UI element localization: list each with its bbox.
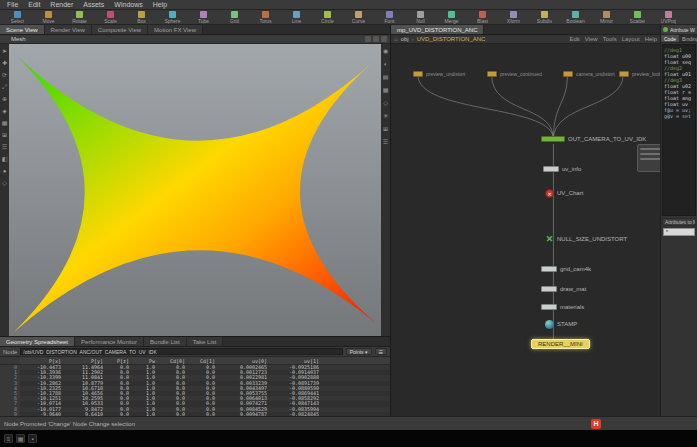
normals-icon[interactable]: ◇ [383, 100, 388, 106]
node-null-size-undistort[interactable]: NULL_SIZE_UNDISTORT [545, 234, 627, 244]
pane-tab[interactable]: Geometry Spreadsheet [0, 337, 75, 346]
shelf-tool[interactable]: Blast [467, 11, 498, 24]
network-menu-item[interactable]: Layout [622, 36, 640, 42]
node-stamp[interactable]: STAMP [545, 319, 577, 329]
lights-icon[interactable]: ✳ [383, 113, 388, 119]
taskbar-app-icon[interactable]: ▪ [28, 434, 37, 443]
shelf-tool[interactable]: Box [126, 11, 157, 24]
node-path-field[interactable]: /obj/UVD_DISTORTION_ANC/OUT_CAMERA_TO_UV… [20, 348, 342, 355]
pane-tab[interactable]: Bundle List [144, 337, 187, 346]
pane-tab[interactable]: Motion FX View [148, 25, 203, 34]
column-header[interactable]: uv[0] [218, 357, 270, 364]
node-preview-lookdev[interactable]: preview_lookdev [619, 69, 660, 79]
filter-menu-icon[interactable]: ☰ [375, 348, 387, 355]
node-materials[interactable]: materials [541, 302, 584, 312]
snap-grid-icon[interactable]: ▦ [2, 120, 8, 126]
shelf-tool[interactable]: Line [281, 11, 312, 24]
primitive-mode-icon[interactable]: ◇ [2, 180, 7, 186]
network-menu-item[interactable]: Help [645, 36, 657, 42]
column-header[interactable] [0, 357, 20, 364]
pane-tab[interactable]: Take List [187, 337, 224, 346]
pane-tab[interactable]: mp_UVD_DISTORTION_ANC [391, 25, 484, 34]
column-header[interactable]: P[y] [64, 357, 106, 364]
column-header[interactable]: P[x] [20, 357, 64, 364]
menu-item[interactable]: Render [45, 0, 78, 10]
node-uv-info[interactable]: uv_info [543, 164, 581, 174]
shelf-tool[interactable]: Select [2, 11, 33, 24]
camera-view-icon[interactable]: ⊞ [383, 126, 388, 132]
node-preview-undistort[interactable]: preview_undistort [413, 69, 465, 79]
camera-select-icon[interactable] [381, 36, 387, 42]
shelf-tool[interactable]: Sphere [157, 11, 188, 24]
node-render-mini[interactable]: RENDER__MINI [531, 339, 590, 349]
node-out-camera-to-uv-idk[interactable]: OUT_CAMERA_TO_UV_IDK [541, 134, 646, 144]
menu-item[interactable]: Windows [109, 0, 147, 10]
shelf-tool[interactable]: Circle [312, 11, 343, 24]
taskbar-menu-icon[interactable]: ≡ [4, 434, 13, 443]
home-icon[interactable]: ⌂ [394, 36, 398, 42]
menu-item[interactable]: Edit [23, 0, 45, 10]
viewport-canvas[interactable] [9, 44, 381, 336]
point-mode-icon[interactable]: ● [3, 168, 7, 174]
pose-tool-icon[interactable]: ◈ [2, 108, 7, 114]
node-camera-undistort[interactable]: camera_undistort [563, 69, 615, 79]
selection-mask-icon[interactable]: ◧ [2, 156, 8, 162]
pane-tab[interactable]: Render View [45, 25, 92, 34]
pane-tab[interactable]: Performance Monitor [75, 337, 144, 346]
shelf-tool[interactable]: Torus [250, 11, 281, 24]
select-tool-icon[interactable]: ➤ [2, 48, 7, 54]
shelf-tool[interactable]: Curve [343, 11, 374, 24]
shading-mode-icon[interactable]: ◐ [384, 61, 388, 67]
shelf-tool[interactable]: Merge [436, 11, 467, 24]
scale-tool-icon[interactable]: ⤢ [2, 84, 7, 90]
network-menu-item[interactable]: Edit [569, 36, 579, 42]
taskbar-window-icon[interactable]: ▦ [16, 434, 25, 443]
parameter-tab[interactable]: Bindings [679, 35, 697, 42]
pane-tab[interactable]: Composite View [92, 25, 148, 34]
wireframe-icon[interactable]: ▤ [383, 74, 389, 80]
rotate-tool-icon[interactable]: ⟳ [2, 72, 7, 78]
network-menu-item[interactable]: Tools [603, 36, 617, 42]
menu-item[interactable]: Help [148, 0, 172, 10]
vex-code-editor[interactable]: //deg1float u00float seq//deg2float u01/… [662, 44, 696, 216]
node-grid-cam4k[interactable]: grid_cam4k [541, 264, 591, 274]
node-info-popup[interactable] [637, 144, 660, 172]
shelf-tool[interactable]: Font [374, 11, 405, 24]
snap-point-icon[interactable]: ⊞ [2, 132, 7, 138]
shelf-tool[interactable]: Boolean [560, 11, 591, 24]
tool-menu-icon[interactable]: ☰ [2, 144, 7, 150]
grid-display-icon[interactable]: ▦ [383, 87, 389, 93]
network-menu-item[interactable]: View [585, 36, 598, 42]
network-canvas[interactable]: preview_undistort preview_continued came… [391, 44, 660, 416]
menu-item[interactable]: File [2, 0, 23, 10]
shelf-tool[interactable]: Mirror [591, 11, 622, 24]
shading-mode-icon[interactable] [365, 36, 371, 42]
column-header[interactable]: Cd[1] [188, 357, 218, 364]
parameter-tab[interactable]: Code [661, 35, 679, 42]
shelf-tool[interactable]: Subdiv [529, 11, 560, 24]
shelf-tool[interactable]: Tube [188, 11, 219, 24]
shelf-tool[interactable]: Move [33, 11, 64, 24]
column-header[interactable]: Pw [132, 357, 158, 364]
handles-tool-icon[interactable]: ⊕ [2, 96, 7, 102]
display-options-icon[interactable]: ◉ [383, 48, 388, 54]
node-draw-mat[interactable]: draw_mat [541, 284, 586, 294]
translate-tool-icon[interactable]: ✚ [2, 60, 7, 66]
shelf-tool[interactable]: Scatter [622, 11, 653, 24]
breadcrumb-root[interactable]: obj [401, 36, 409, 42]
column-header[interactable]: Cd[0] [158, 357, 188, 364]
group-mode-dropdown[interactable]: Points ▾ [346, 348, 372, 355]
display-options-icon[interactable] [373, 36, 379, 42]
shelf-tool[interactable]: Scale [95, 11, 126, 24]
menu-item[interactable]: Assets [78, 0, 109, 10]
view-menu-icon[interactable]: ☰ [383, 139, 388, 145]
shelf-tool[interactable]: Grid [219, 11, 250, 24]
shelf-tool[interactable]: Null [405, 11, 436, 24]
column-header[interactable]: P[z] [106, 357, 132, 364]
shelf-tool[interactable]: Rotate [64, 11, 95, 24]
shelf-tool[interactable]: UVProj [653, 11, 684, 24]
shelf-tool[interactable]: Xform [498, 11, 529, 24]
pane-tab[interactable]: Scene View [0, 25, 45, 34]
mesh-menu[interactable]: Mesh [3, 36, 26, 42]
node-uv-chart[interactable]: UV_Chart [545, 188, 583, 198]
